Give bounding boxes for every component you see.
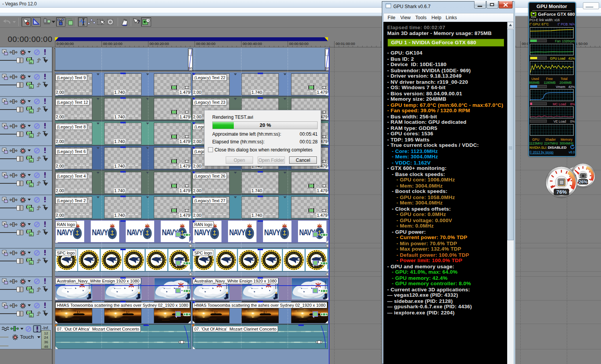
svg-text:α: α	[30, 135, 32, 138]
svg-text:NAVY: NAVY	[127, 228, 143, 237]
svg-text:26%: 26%	[579, 180, 588, 184]
svg-text:NAVY: NAVY	[92, 228, 108, 237]
svg-text:NAVY: NAVY	[229, 228, 245, 237]
svg-text:α: α	[30, 261, 32, 265]
svg-text:NAVY: NAVY	[57, 228, 73, 237]
svg-text:α: α	[30, 85, 32, 89]
svg-text:α: α	[30, 233, 32, 236]
svg-text:α: α	[30, 61, 32, 64]
svg-text:NAVY: NAVY	[264, 228, 280, 237]
svg-text:α: α	[30, 159, 32, 163]
svg-text:α: α	[30, 208, 32, 212]
svg-text:76%: 76%	[556, 189, 567, 195]
svg-text:?: ?	[137, 19, 140, 25]
svg-text:α: α	[30, 110, 32, 113]
svg-text:NAVY: NAVY	[194, 228, 210, 237]
svg-text:α: α	[30, 314, 32, 317]
svg-text:α: α	[30, 290, 32, 293]
svg-text:α: α	[30, 184, 32, 187]
